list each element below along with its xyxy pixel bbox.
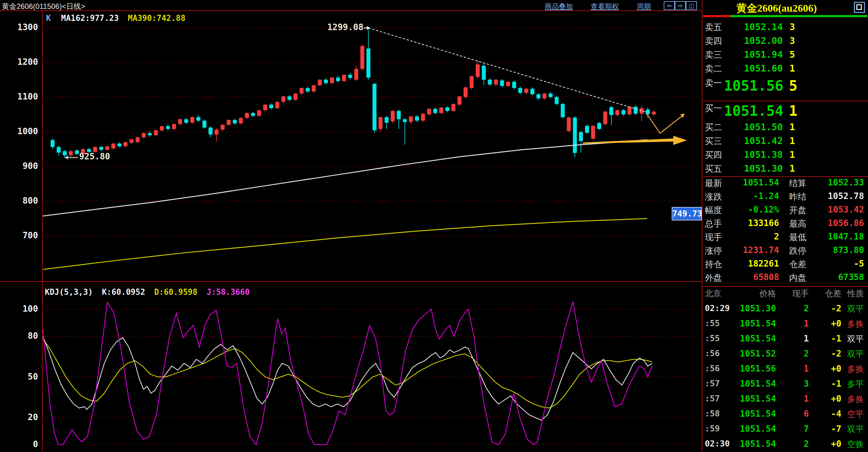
stat-row: 涨停1231.74跌停873.80 [703, 245, 868, 258]
stat-value: 1051.54 [743, 177, 779, 188]
tick-price: 1051.30 [740, 303, 776, 313]
depth-price: 1051.30 [744, 163, 783, 174]
ask-row[interactable]: 卖四1052.003 [703, 35, 868, 49]
depth-level-label: 卖三 [705, 49, 722, 61]
depth-level-label: 卖一 [705, 77, 722, 89]
forward-arrow-button[interactable]: ⇨ [675, 1, 686, 10]
price-axis-tick: 20 [1, 412, 38, 422]
stat-label: 外盘 [705, 272, 722, 284]
low-price-annotation: 925.80 [79, 151, 110, 162]
stat-value: -1.24 [753, 191, 779, 201]
stat-row: 持仓182261仓差-5 [703, 258, 868, 272]
price-axis-tick: 50 [1, 371, 38, 382]
tick-price: 1051.54 [740, 439, 776, 449]
price-axis-tick: 1300 [1, 22, 38, 32]
depth-price: 1051.56 [724, 77, 783, 94]
depth-price: 1051.54 [724, 103, 783, 119]
stat-value: 1047.18 [828, 231, 864, 242]
tick-row: :551051.541-1双平 [703, 334, 868, 348]
tick-row: :571051.541+0多换 [703, 394, 868, 409]
menu-overlay-commodity[interactable]: 商品叠加 [545, 2, 573, 11]
price-axis-tick: 1000 [1, 126, 38, 136]
tick-row: 02:301051.542+0空换 [703, 439, 868, 452]
depth-price: 1051.38 [744, 149, 783, 160]
tick-nature: 空换 [847, 439, 864, 450]
stat-row: 外盘65808内盘67358 [703, 272, 868, 286]
tick-oi-change: +0 [831, 364, 841, 374]
bid-row[interactable]: 买三1051.421 [703, 135, 868, 149]
stat-value: 133166 [748, 218, 779, 228]
ask-row[interactable]: 卖三1051.945 [703, 49, 868, 63]
menu-period[interactable]: 周期 [637, 2, 651, 11]
back-arrow-button[interactable]: ⇦ [664, 1, 675, 10]
stat-value: 1053.42 [828, 204, 864, 215]
tick-volume: 6 [804, 409, 809, 419]
peak-price-annotation: 1299.08 [316, 22, 364, 32]
price-axis-line [42, 11, 43, 452]
bid-row[interactable]: 买四1051.381 [703, 149, 868, 163]
best-ask-row[interactable]: 卖一1051.565 [703, 77, 868, 95]
tick-price: 1051.54 [740, 409, 776, 419]
tick-time: :56 [705, 364, 720, 373]
stat-value: -0.12% [748, 204, 779, 215]
tick-row: :561051.522-2双平 [703, 348, 868, 364]
chart-window: 黄金2606(011506)<日线> 商品叠加 查看期权 周期 ⇦ ⇨ ◫ K … [0, 0, 703, 452]
tick-price: 1051.54 [740, 394, 776, 404]
buy-ratio-bar [731, 15, 867, 17]
bid-row[interactable]: 买五1051.301 [703, 163, 868, 176]
price-axis-tick: 900 [1, 161, 38, 171]
tick-time: :55 [705, 318, 720, 328]
ticks-header-oi: 仓差 [825, 288, 841, 299]
tick-nature: 双平 [847, 424, 864, 435]
stat-label: 最低 [789, 231, 806, 243]
stat-label: 开盘 [789, 204, 806, 216]
tick-oi-change: -4 [831, 409, 841, 419]
ask-row[interactable]: 卖五1052.143 [703, 22, 868, 35]
sell-ratio-bar [703, 15, 731, 17]
ma162-label: MA162:977.23 [61, 13, 119, 23]
stat-label: 涨停 [705, 245, 722, 257]
panel-separator [703, 176, 868, 177]
panel-maximize-button[interactable] [854, 2, 865, 13]
bid-row[interactable]: 买二1051.501 [703, 121, 868, 135]
tick-nature: 多换 [847, 364, 864, 375]
tick-price: 1051.54 [740, 378, 776, 389]
tick-row: :591051.547-7双平 [703, 424, 868, 439]
stat-row: 最新1051.54结算1052.33 [703, 177, 868, 191]
stat-value: -5 [854, 258, 864, 269]
quote-panel: 黄金2606(au2606) 卖五1052.143卖四1052.003卖三105… [703, 0, 868, 452]
tick-time: :58 [705, 409, 720, 418]
depth-volume: 1 [789, 163, 795, 174]
stat-value: 1056.86 [828, 218, 864, 228]
kdj-j-value: J:58.3660 [207, 287, 250, 296]
tick-nature: 多平 [847, 378, 864, 390]
maximize-icon [856, 4, 862, 10]
k-label: K [46, 13, 51, 23]
main-chart[interactable] [0, 0, 703, 452]
tick-time: :57 [705, 394, 720, 403]
depth-price: 1051.60 [744, 63, 783, 74]
panel-divider [0, 281, 702, 282]
stat-value: 2 [774, 231, 779, 242]
tick-row: :551051.541+0多换 [703, 318, 868, 334]
stat-value: 1052.33 [828, 177, 864, 188]
stat-row: 总手133166最高1056.86 [703, 218, 868, 231]
window-right-border [702, 0, 702, 452]
tick-oi-change: -2 [831, 303, 841, 313]
depth-level-label: 买四 [705, 149, 722, 161]
stat-value: 1052.78 [828, 191, 864, 201]
price-axis-tick: 1200 [1, 57, 38, 67]
price-axis-tick: 100 [1, 304, 38, 314]
depth-level-label: 买二 [705, 121, 722, 133]
tick-time: 02:29 [705, 303, 730, 313]
best-bid-row[interactable]: 买一1051.541 [703, 103, 868, 120]
ma390-label: MA390:742.88 [128, 13, 186, 23]
price-axis-tick: 800 [1, 196, 38, 206]
ask-row[interactable]: 卖二1051.601 [703, 63, 868, 77]
split-window-button[interactable]: ◫ [686, 1, 697, 10]
tick-time: :55 [705, 334, 720, 343]
kdj-d-value: D:60.9598 [154, 287, 197, 296]
menu-view-options[interactable]: 查看期权 [591, 2, 619, 11]
stat-label: 现手 [705, 231, 722, 243]
tick-time: :59 [705, 424, 720, 433]
